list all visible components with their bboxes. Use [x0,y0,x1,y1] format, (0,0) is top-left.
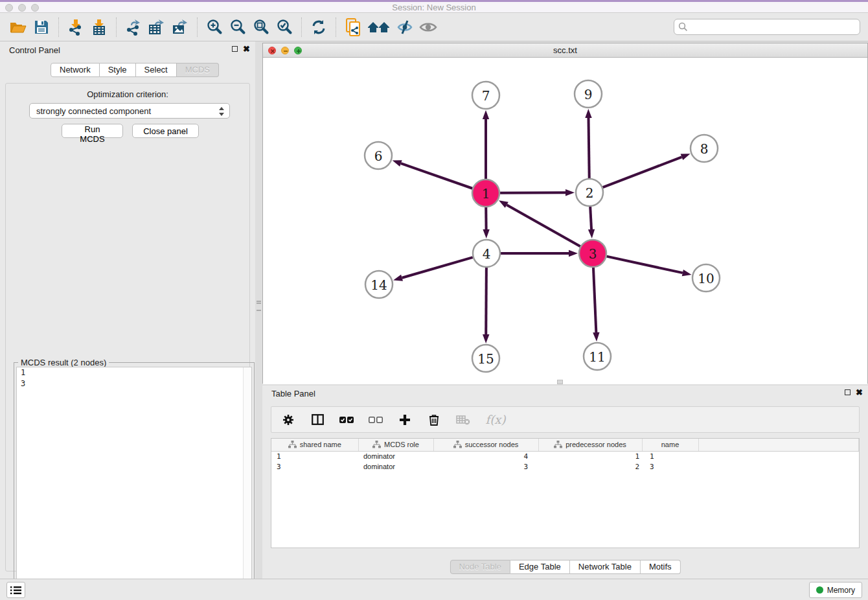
graph-edge-4-15[interactable] [486,268,486,334]
graph-node-9[interactable]: 9 [575,80,602,108]
graph-node-3[interactable]: 3 [579,240,606,267]
show-graphics-button[interactable] [418,17,438,38]
tab-motifs[interactable]: Motifs [641,560,681,574]
graph-edge-1-2[interactable] [500,192,565,193]
deselect-all-button[interactable] [368,411,383,428]
float-table-panel-icon[interactable] [845,389,851,395]
export-image-button[interactable] [170,17,190,38]
layout-home-button[interactable] [367,17,391,38]
graph-node-8[interactable]: 8 [691,135,718,162]
tab-network-table[interactable]: Network Table [570,560,641,574]
tab-network[interactable]: Network [51,63,100,77]
graph-node-label: 3 [589,246,597,262]
graph-edge-1-6[interactable] [401,163,472,189]
add-column-button[interactable] [397,411,413,428]
search-icon [678,22,688,32]
network-splitter-handle[interactable] [557,380,563,384]
panel-splitter-handle[interactable] [257,301,261,311]
import-table-button[interactable] [89,17,109,38]
zoom-fit-button[interactable] [251,17,271,38]
save-session-button[interactable] [32,17,51,38]
column-header-name[interactable]: name [642,439,698,451]
select-all-button[interactable] [339,411,354,428]
zoom-selected-button[interactable] [275,17,294,38]
delete-table-button[interactable] [455,411,471,428]
eye-icon [419,20,437,34]
run-mcds-button[interactable]: Run MCDS [62,124,123,138]
table-cell[interactable]: 4 [433,451,538,461]
close-panel-button[interactable]: Close panel [132,124,199,138]
graph-node-10[interactable]: 10 [692,264,720,292]
table-row[interactable]: 1dominator411 [271,451,859,461]
table-row[interactable]: 3dominator323 [271,461,859,472]
refresh-view-button[interactable] [309,17,328,38]
table-cell[interactable]: 3 [433,461,538,472]
graph-node-6[interactable]: 6 [365,142,392,169]
graph-edge-2-9[interactable] [588,118,589,178]
memory-button[interactable]: Memory [809,582,862,598]
column-header-shared-name[interactable]: shared name [271,439,358,451]
zoom-in-button[interactable] [205,17,224,38]
zoom-out-button[interactable] [228,17,247,38]
table-cell[interactable]: 1 [642,451,698,461]
tab-edge-table[interactable]: Edge Table [510,560,570,574]
tab-node-table[interactable]: Node Table [450,560,510,574]
table-cell[interactable]: 2 [538,461,642,472]
graph-edge-4-14[interactable] [402,257,473,278]
graph-node-14[interactable]: 14 [365,271,393,298]
open-session-button[interactable] [8,17,28,38]
table-panel-title: Table Panel [271,389,315,398]
graph-node-15[interactable]: 15 [472,345,499,372]
graph-edge-3-10[interactable] [606,257,682,273]
export-network-button[interactable] [124,17,143,38]
share-document-button[interactable] [343,17,363,38]
task-history-button[interactable] [6,582,25,598]
graph-node-4[interactable]: 4 [473,240,500,267]
delete-column-button[interactable] [426,411,442,428]
function-builder-button[interactable]: f(x) [485,411,507,428]
import-network-button[interactable] [66,17,86,38]
graph-edge-2-8[interactable] [603,157,682,187]
graph-node-2[interactable]: 2 [576,179,603,206]
toolbar-separator [116,17,117,37]
network-title: scc.txt [263,45,867,55]
graph-edge-3-1[interactable] [507,205,580,246]
criterion-dropdown[interactable]: strongly connected component [29,103,230,119]
mcds-result-line: 3 [17,378,251,389]
window-title: Session: New Session [0,3,868,12]
sort-hierarchy-icon [372,441,381,448]
tab-mcds[interactable]: MCDS [177,63,219,77]
graph-arrowhead [588,229,595,238]
column-header-successor-nodes[interactable]: successor nodes [433,439,538,451]
table-cell[interactable]: dominator [358,461,433,472]
table-cell[interactable]: 3 [271,461,358,472]
hide-graphics-button[interactable] [395,17,415,38]
export-table-button[interactable] [147,17,166,38]
tab-select[interactable]: Select [136,63,177,77]
close-table-panel-icon[interactable]: ✖ [856,389,863,396]
graph-arrowhead [393,160,402,167]
result-scrollbar[interactable] [243,367,251,600]
graph-node-1[interactable]: 1 [472,179,499,207]
search-input[interactable] [674,19,860,35]
float-panel-icon[interactable] [232,46,238,52]
network-canvas[interactable]: 1234678910111415 [263,58,867,384]
status-bar: Memory [0,579,868,600]
network-window-titlebar[interactable]: scc.txt [263,43,867,58]
column-header-MCDS-role[interactable]: MCDS role [358,439,433,451]
save-floppy-icon [34,20,49,34]
graph-node-7[interactable]: 7 [472,82,499,109]
close-panel-icon[interactable]: ✖ [243,45,250,52]
toggle-panel-button[interactable] [310,411,325,428]
settings-gear-button[interactable] [280,411,296,428]
mcds-result-list[interactable]: 13 [16,367,252,600]
tab-style[interactable]: Style [100,63,136,77]
table-cell[interactable]: 1 [538,451,642,461]
graph-node-11[interactable]: 11 [584,343,611,370]
table-cell[interactable]: dominator [358,451,433,461]
graph-edge-2-3[interactable] [590,207,591,229]
graph-edge-3-11[interactable] [593,268,596,332]
column-header-predecessor-nodes[interactable]: predecessor nodes [538,439,642,451]
table-cell[interactable]: 3 [642,461,698,472]
table-cell[interactable]: 1 [271,451,358,461]
